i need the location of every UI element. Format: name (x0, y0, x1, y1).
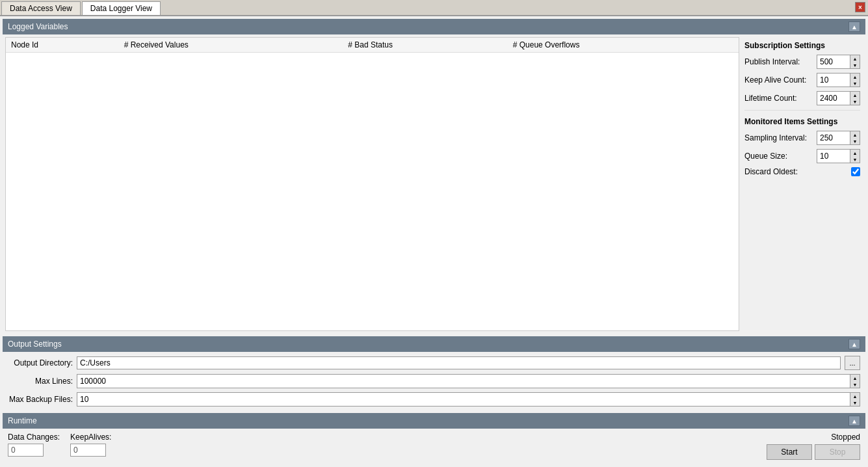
col-queue-overflows: # Queue Overflows (508, 38, 739, 53)
publish-interval-up[interactable]: ▲ (850, 55, 860, 62)
lifetime-count-down[interactable]: ▼ (850, 98, 860, 105)
discard-oldest-checkbox[interactable] (851, 167, 860, 176)
tab-data-access[interactable]: Data Access View (1, 1, 81, 15)
col-received-values: # Received Values (119, 38, 343, 53)
runtime-section: Runtime ▲ Data Changes: KeepAlives: Stop… (3, 413, 865, 464)
max-backup-files-label: Max Backup Files: (8, 395, 73, 404)
main-content: Logged Variables ▲ Node Id # Received Va… (0, 16, 868, 466)
sampling-interval-input[interactable] (817, 133, 850, 143)
data-changes-input (8, 444, 44, 457)
output-settings-header: Output Settings ▲ (3, 336, 865, 352)
max-backup-files-row: Max Backup Files: ▲ ▼ (8, 392, 860, 407)
logged-table-container: Node Id # Received Values # Bad Status #… (5, 37, 739, 331)
output-directory-label: Output Directory: (8, 358, 73, 367)
status-text: Stopped (831, 433, 860, 442)
queue-size-input[interactable] (817, 151, 850, 161)
max-backup-files-down[interactable]: ▼ (850, 399, 860, 406)
publish-interval-down[interactable]: ▼ (850, 62, 860, 68)
subscription-settings-title: Subscription Settings (742, 37, 863, 53)
keep-alive-count-row: Keep Alive Count: ▲ ▼ (742, 71, 863, 89)
max-backup-files-up[interactable]: ▲ (850, 393, 860, 399)
runtime-buttons: Start Stop (767, 444, 860, 460)
keep-alive-count-label: Keep Alive Count: (744, 75, 806, 85)
keep-alive-count-up[interactable]: ▲ (850, 73, 860, 80)
discard-oldest-label: Discard Oldest: (744, 167, 798, 176)
table-header-row: Node Id # Received Values # Bad Status #… (6, 38, 739, 53)
keep-alive-count-input[interactable] (817, 75, 850, 85)
max-lines-row: Max Lines: ▲ ▼ (8, 374, 860, 388)
queue-size-spinner: ▲ ▼ (817, 149, 860, 163)
runtime-collapse-btn[interactable]: ▲ (848, 416, 860, 426)
lifetime-count-row: Lifetime Count: ▲ ▼ (742, 89, 863, 107)
runtime-right: Stopped Start Stop (767, 433, 860, 460)
publish-interval-input[interactable] (817, 57, 850, 67)
sampling-interval-up[interactable]: ▲ (850, 131, 860, 138)
queue-size-down[interactable]: ▼ (850, 156, 860, 163)
publish-interval-row: Publish Interval: ▲ ▼ (742, 53, 863, 71)
logged-variables-section: Logged Variables ▲ Node Id # Received Va… (3, 19, 865, 334)
logged-variables-header: Logged Variables ▲ (3, 19, 865, 34)
sampling-interval-spinner: ▲ ▼ (817, 131, 860, 145)
queue-size-row: Queue Size: ▲ ▼ (742, 147, 863, 165)
keepalives-input (70, 444, 106, 457)
lifetime-count-label: Lifetime Count: (744, 94, 797, 103)
output-settings-section: Output Settings ▲ Output Directory: ... … (3, 336, 865, 410)
col-bad-status: # Bad Status (343, 38, 507, 53)
max-backup-files-input[interactable] (77, 394, 850, 405)
tab-bar: Data Access View Data Logger View × (0, 0, 868, 16)
start-button[interactable]: Start (767, 444, 812, 460)
data-changes-label: Data Changes: (8, 433, 60, 442)
max-lines-input[interactable] (77, 375, 850, 387)
queue-size-up[interactable]: ▲ (850, 150, 860, 156)
sampling-interval-row: Sampling Interval: ▲ ▼ (742, 129, 863, 147)
publish-interval-spinner: ▲ ▼ (817, 55, 860, 69)
col-node-id: Node Id (6, 38, 119, 53)
output-body: Output Directory: ... Max Lines: ▲ ▼ Max… (3, 352, 865, 410)
max-lines-spinner: ▲ ▼ (77, 374, 860, 388)
publish-interval-label: Publish Interval: (744, 57, 800, 66)
output-directory-row: Output Directory: ... (8, 356, 860, 370)
logged-variables-title: Logged Variables (8, 22, 68, 31)
settings-panel: Subscription Settings Publish Interval: … (742, 34, 865, 334)
sampling-interval-label: Sampling Interval: (744, 133, 807, 142)
output-settings-title: Output Settings (8, 340, 62, 349)
logged-variables-collapse-btn[interactable]: ▲ (848, 21, 860, 32)
output-directory-input[interactable] (77, 356, 841, 369)
settings-divider-1 (744, 110, 860, 111)
keep-alive-count-spinner: ▲ ▼ (817, 73, 860, 87)
data-changes-field: Data Changes: (8, 433, 60, 457)
sampling-interval-down[interactable]: ▼ (850, 138, 860, 144)
logged-table: Node Id # Received Values # Bad Status #… (6, 38, 739, 53)
max-lines-down[interactable]: ▼ (850, 381, 860, 388)
logged-vars-body: Node Id # Received Values # Bad Status #… (3, 34, 865, 334)
queue-size-label: Queue Size: (744, 152, 787, 161)
runtime-body: Data Changes: KeepAlives: Stopped Start … (3, 429, 865, 464)
runtime-left: Data Changes: KeepAlives: (8, 433, 111, 457)
keep-alive-count-down[interactable]: ▼ (850, 80, 860, 87)
monitored-items-settings-title: Monitored Items Settings (742, 113, 863, 129)
max-lines-label: Max Lines: (8, 377, 73, 386)
close-button[interactable]: × (855, 2, 865, 12)
discard-oldest-row: Discard Oldest: (742, 165, 863, 178)
max-backup-files-spinner: ▲ ▼ (77, 392, 860, 407)
output-settings-collapse-btn[interactable]: ▲ (848, 339, 860, 349)
runtime-header: Runtime ▲ (3, 413, 865, 429)
tab-data-logger[interactable]: Data Logger View (82, 1, 161, 15)
lifetime-count-input[interactable] (817, 93, 850, 103)
stop-button[interactable]: Stop (815, 444, 860, 460)
keepalives-field: KeepAlives: (70, 433, 111, 457)
keepalives-label: KeepAlives: (70, 433, 111, 442)
max-lines-up[interactable]: ▲ (850, 375, 860, 381)
runtime-title: Runtime (8, 416, 37, 425)
browse-button[interactable]: ... (845, 356, 860, 370)
lifetime-count-spinner: ▲ ▼ (817, 91, 860, 105)
lifetime-count-up[interactable]: ▲ (850, 92, 860, 98)
